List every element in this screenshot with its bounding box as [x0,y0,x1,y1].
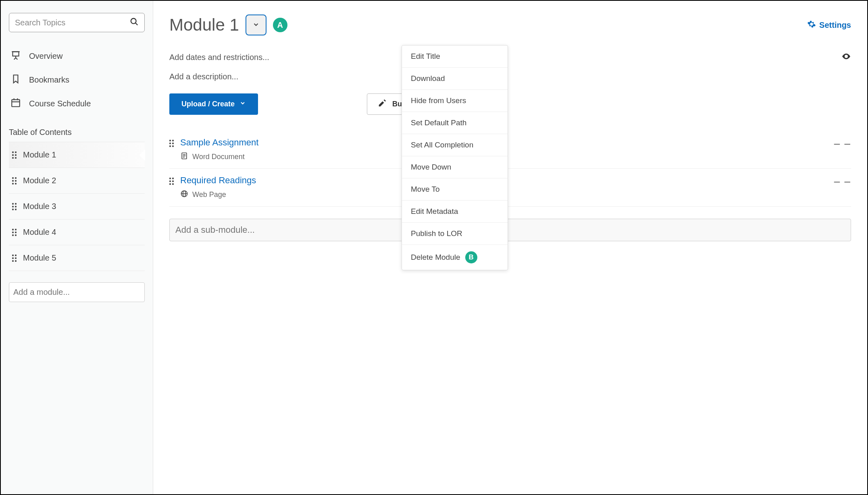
content-type-label: Word Document [192,153,245,161]
menu-delete-module[interactable]: Delete Module B [402,245,508,270]
menu-label: Move To [411,185,439,194]
content-title-link[interactable]: Sample Assignment [180,137,258,148]
globe-icon [180,190,188,200]
drag-handle-icon[interactable] [12,151,17,159]
document-icon [180,152,188,162]
description-link[interactable]: Add a description... [169,72,851,81]
content-item: Required Readings Web Page – – [169,169,851,207]
drag-handle-icon[interactable] [12,229,17,236]
module-label: Module 2 [23,176,56,185]
search-icon [130,17,139,28]
page-title: Module 1 [169,15,239,35]
nav-label: Course Schedule [29,99,91,108]
settings-label: Settings [819,21,851,30]
annotation-badge-a: A [273,18,287,32]
module-actions-menu: Edit Title Download Hide from Users Set … [402,45,508,270]
menu-hide-from-users[interactable]: Hide from Users [402,90,508,112]
content-item: Sample Assignment Word Document – – [169,131,851,169]
action-row: Upload / Create Bulk Edit [169,93,851,115]
nav-label: Overview [29,52,62,61]
menu-label: Hide from Users [411,96,466,105]
app-frame: Overview Bookmarks Course Schedule Table… [0,0,868,495]
settings-link[interactable]: Settings [807,20,851,31]
nav-course-schedule[interactable]: Course Schedule [9,92,145,116]
drag-handle-icon[interactable] [12,255,17,262]
item-actions[interactable]: – – [834,175,851,188]
add-module-input[interactable] [9,282,145,302]
menu-move-to[interactable]: Move To [402,178,508,201]
menu-label: Set Default Path [411,118,466,127]
sidebar: Overview Bookmarks Course Schedule Table… [1,1,153,494]
visibility-icon[interactable] [841,52,851,63]
menu-publish-to-lor[interactable]: Publish to LOR [402,223,508,245]
sidebar-item-module-4[interactable]: Module 4 [9,220,145,245]
menu-edit-title[interactable]: Edit Title [402,46,508,68]
restrictions-link[interactable]: Add dates and restrictions... [169,53,269,62]
nav-overview[interactable]: Overview [9,44,145,68]
add-submodule-input[interactable] [169,219,851,241]
toc-heading: Table of Contents [9,128,145,137]
item-actions[interactable]: – – [834,137,851,150]
title-wrap: Module 1 A [169,14,287,35]
svg-line-5 [14,58,16,60]
menu-label: Set All Completion [411,141,473,149]
module-list: Module 1 Module 2 Module 3 Module 4 Modu… [9,142,145,271]
gear-icon [807,20,816,31]
nav-label: Bookmarks [29,75,69,85]
menu-set-default-path[interactable]: Set Default Path [402,112,508,134]
sidebar-item-module-1[interactable]: Module 1 [9,142,145,168]
content-meta: Web Page [180,190,256,200]
menu-set-all-completion[interactable]: Set All Completion [402,134,508,156]
restrictions-row: Add dates and restrictions... [169,52,851,63]
chevron-down-icon [239,100,246,108]
menu-label: Download [411,74,445,83]
module-label: Module 3 [23,202,56,211]
header-row: Module 1 A Settings [169,14,851,35]
drag-handle-icon[interactable] [12,203,17,210]
svg-rect-7 [12,99,20,106]
content-meta: Word Document [180,152,258,162]
chevron-down-icon [252,21,260,29]
content-body: Required Readings Web Page [180,175,256,200]
content-title-link[interactable]: Required Readings [180,175,256,186]
nav-bookmarks[interactable]: Bookmarks [9,68,145,92]
menu-label: Edit Title [411,52,440,61]
module-label: Module 1 [23,150,56,159]
menu-label: Move Down [411,163,451,172]
svg-line-6 [16,58,17,60]
drag-handle-icon[interactable] [12,177,17,184]
button-label: Upload / Create [181,100,235,108]
menu-label: Edit Metadata [411,207,458,216]
main-content: Module 1 A Settings Add dates and restri… [153,1,867,494]
bookmark-icon [10,74,21,86]
menu-label: Delete Module [411,253,460,262]
presentation-icon [10,50,21,62]
module-actions-toggle[interactable] [246,14,266,35]
menu-label: Publish to LOR [411,229,462,238]
sidebar-item-module-3[interactable]: Module 3 [9,194,145,220]
module-label: Module 5 [23,253,56,263]
svg-point-0 [131,19,136,24]
calendar-icon [10,97,21,110]
upload-create-button[interactable]: Upload / Create [169,93,258,115]
search-wrap[interactable] [9,13,145,32]
pencil-icon [378,99,387,110]
sidebar-item-module-5[interactable]: Module 5 [9,245,145,271]
menu-download[interactable]: Download [402,68,508,90]
drag-handle-icon[interactable] [169,140,174,147]
svg-line-1 [135,23,138,25]
menu-move-down[interactable]: Move Down [402,156,508,178]
menu-edit-metadata[interactable]: Edit Metadata [402,201,508,223]
svg-rect-3 [12,52,19,56]
drag-handle-icon[interactable] [169,178,174,185]
annotation-badge-b: B [465,251,477,263]
search-input[interactable] [15,18,130,27]
content-type-label: Web Page [192,191,226,199]
sidebar-item-module-2[interactable]: Module 2 [9,168,145,194]
content-body: Sample Assignment Word Document [180,137,258,162]
module-label: Module 4 [23,228,56,237]
